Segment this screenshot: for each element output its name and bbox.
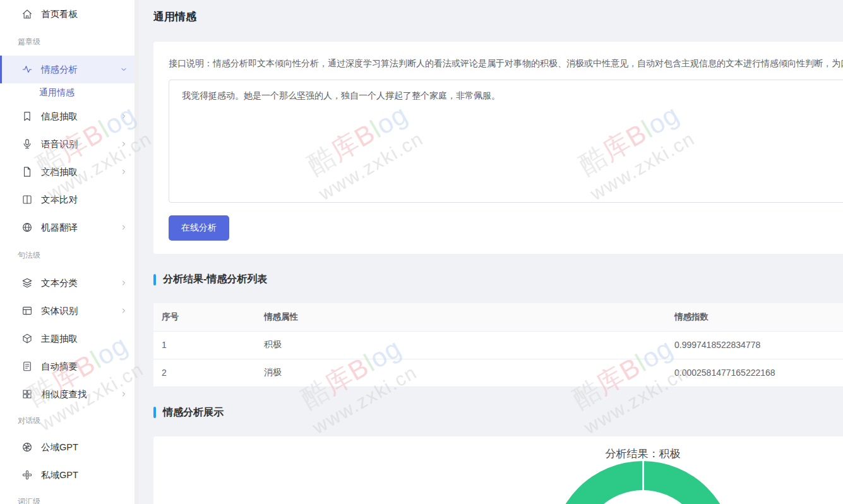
analyze-button[interactable]: 在线分析 [169, 215, 229, 241]
pulse-icon [21, 64, 33, 75]
cell-sentiment: 消极 [256, 359, 666, 387]
table-header-row: 序号 情感属性 情感指数 [153, 303, 843, 331]
sidebar-item-label: 公域GPT [41, 441, 78, 453]
document-icon [21, 361, 33, 372]
chevron-right-icon [120, 112, 128, 120]
col-header-sentiment: 情感属性 [256, 303, 666, 331]
bookmark-icon [21, 111, 33, 122]
sidebar-item-topic-extraction[interactable]: 主题抽取 [0, 325, 139, 352]
chevron-right-icon [120, 168, 128, 176]
cell-index: 2 [153, 359, 256, 387]
sidebar-item-similarity-search[interactable]: 相似度查找 [0, 380, 139, 408]
chevron-right-icon [120, 390, 128, 398]
sentiment-donut-chart[interactable] [552, 461, 734, 504]
layers-icon [21, 277, 33, 289]
sidebar-item-home[interactable]: 首页看板 [0, 0, 139, 28]
chart-section-title: 情感分析展示 [163, 406, 224, 419]
file-icon [21, 166, 33, 177]
chart-section-header: 情感分析展示 [153, 406, 843, 419]
globe-icon [21, 222, 33, 233]
sidebar-item-public-gpt[interactable]: 公域GPT [0, 433, 139, 461]
sidebar-subitem-general-sentiment[interactable]: 通用情感 [0, 83, 139, 102]
table-row: 2 消极 0.0002581477165222168 [153, 359, 843, 387]
chevron-right-icon [120, 140, 128, 148]
sidebar-item-auto-summary[interactable]: 自动摘要 [0, 352, 139, 380]
page-title: 通用情感 [153, 9, 843, 24]
cell-index: 1 [153, 331, 256, 359]
cell-sentiment: 积极 [256, 331, 666, 359]
sidebar-item-label: 首页看板 [41, 8, 78, 20]
sidebar-item-sentiment-analysis[interactable]: 情感分析 [0, 56, 139, 83]
api-description: 接口说明：情感分析即文本倾向性分析，通过深度学习算法判断人的看法或评论是属于对事… [169, 58, 843, 69]
sidebar-section-word-level: 词汇级 [0, 489, 139, 504]
sidebar-item-label: 实体识别 [41, 305, 78, 317]
col-header-index: 序号 [153, 303, 256, 331]
sidebar-item-label: 主题抽取 [41, 333, 78, 345]
chevron-right-icon [120, 279, 128, 287]
sidebar-item-label: 私域GPT [41, 469, 78, 481]
table-icon [21, 305, 33, 316]
sidebar-item-text-compare[interactable]: 文本比对 [0, 186, 139, 213]
sidebar: 首页看板 篇章级 情感分析 通用情感 信息抽取 语音识别 [0, 0, 139, 504]
donut-slice-divider [642, 461, 644, 490]
sidebar-scrollbar[interactable] [135, 0, 139, 504]
sentiment-input-card: 接口说明：情感分析即文本倾向性分析，通过深度学习算法判断人的看法或评论是属于对事… [153, 42, 843, 254]
cell-score: 0.0002581477165222168 [666, 359, 843, 387]
cell-score: 0.9997418522834778 [666, 331, 843, 359]
col-header-score: 情感指数 [666, 303, 843, 331]
main-content: 通用情感 接口说明：情感分析即文本倾向性分析，通过深度学习算法判断人的看法或评论… [139, 0, 843, 504]
sidebar-section-syntax-level: 句法级 [0, 241, 139, 269]
box-icon [21, 333, 33, 344]
sidebar-item-info-extraction[interactable]: 信息抽取 [0, 102, 139, 130]
sentiment-results-table: 序号 情感属性 情感指数 1 积极 0.9997418522834778 2 消… [153, 303, 843, 387]
sidebar-section-dialog-level: 对话级 [0, 408, 139, 433]
slack-icon [21, 469, 33, 481]
sidebar-item-speech-recognition[interactable]: 语音识别 [0, 130, 139, 158]
sidebar-item-label: 相似度查找 [41, 388, 87, 400]
sidebar-item-label: 自动摘要 [41, 361, 78, 373]
microphone-icon [21, 138, 33, 150]
sidebar-item-text-classification[interactable]: 文本分类 [0, 269, 139, 297]
sentiment-text-input[interactable] [169, 80, 843, 203]
columns-icon [21, 194, 33, 205]
sidebar-item-label: 语音识别 [41, 138, 78, 150]
sidebar-section-chapter-level: 篇章级 [0, 28, 139, 56]
sidebar-item-label: 文本比对 [41, 194, 78, 206]
aperture-icon [21, 441, 33, 453]
section-accent-bar [153, 274, 156, 285]
donut-hole [581, 490, 705, 504]
sidebar-item-private-gpt[interactable]: 私域GPT [0, 461, 139, 489]
sidebar-item-machine-translation[interactable]: 机器翻译 [0, 213, 139, 241]
chevron-down-icon [120, 66, 128, 73]
table-row: 1 积极 0.9997418522834778 [153, 331, 843, 359]
sidebar-item-document-extraction[interactable]: 文档抽取 [0, 158, 139, 186]
chevron-right-icon [120, 307, 128, 315]
home-icon [21, 8, 33, 20]
chart-result-title: 分析结果：积极 [606, 447, 681, 461]
sidebar-item-label: 机器翻译 [41, 222, 78, 234]
sidebar-item-entity-recognition[interactable]: 实体识别 [0, 297, 139, 325]
results-section-title: 分析结果-情感分析列表 [163, 273, 267, 286]
sentiment-chart-card: 分析结果：积极 [153, 436, 843, 504]
sidebar-item-label: 情感分析 [41, 64, 78, 76]
results-section-header: 分析结果-情感分析列表 [153, 273, 843, 286]
grid-icon [21, 388, 33, 400]
sidebar-item-label: 信息抽取 [41, 111, 78, 123]
chevron-right-icon [120, 224, 128, 231]
sidebar-item-label: 文本分类 [41, 277, 78, 289]
section-accent-bar [153, 407, 156, 418]
sidebar-item-label: 文档抽取 [41, 166, 78, 178]
